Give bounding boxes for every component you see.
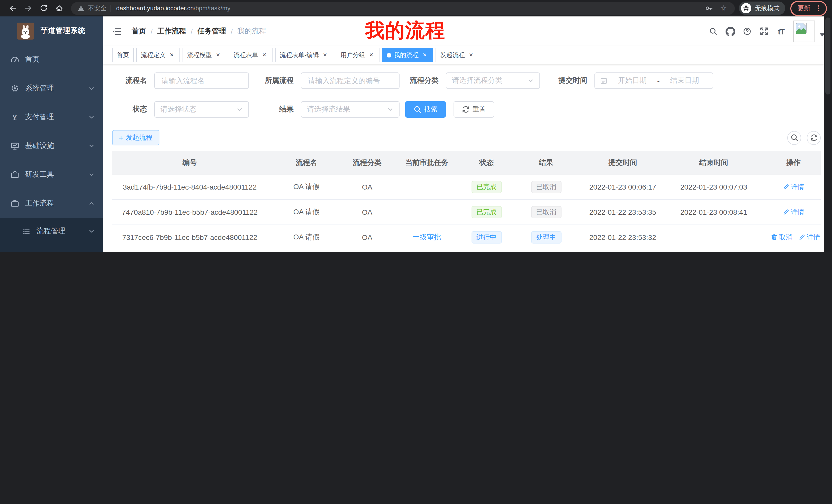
sidebar-item-label: 首页 <box>25 55 40 64</box>
detail-link[interactable]: 详情 <box>783 207 804 217</box>
tab-label: 用户分组 <box>340 51 365 59</box>
github-icon[interactable] <box>724 25 736 37</box>
close-icon[interactable]: × <box>467 51 475 59</box>
detail-link[interactable]: 详情 <box>799 233 820 242</box>
name-input[interactable] <box>160 76 243 85</box>
breadcrumb-item-任务管理[interactable]: 任务管理 <box>198 27 226 36</box>
home-icon[interactable] <box>53 2 65 15</box>
column-header: 当前审批任务 <box>389 151 465 175</box>
star-icon[interactable]: ☆ <box>718 3 729 14</box>
main-area: 首页/工作流程/任务管理/我的流程 我的流程 tT 首页流程定义×流程模型×流程… <box>103 17 832 252</box>
refresh-table-button[interactable] <box>807 131 821 145</box>
search-icon[interactable] <box>707 25 719 37</box>
result-label: 结果 <box>249 105 301 114</box>
date-range-picker[interactable]: 开始日期 - 结束日期 <box>594 73 713 89</box>
cell-submit-time: 2022-01-23 00:06:17 <box>584 175 661 200</box>
date-separator: - <box>657 77 659 85</box>
cell-status: 已完成 <box>465 250 508 252</box>
close-icon[interactable]: × <box>368 51 375 59</box>
tab-流程表单[interactable]: 流程表单× <box>229 48 272 62</box>
sidebar-item-流程管理[interactable]: 流程管理 <box>0 218 103 245</box>
close-icon[interactable]: × <box>421 51 428 59</box>
address-bar[interactable]: 不安全 dashboard.yudao.iocoder.cn/bpm/task/… <box>71 2 735 15</box>
cell-result: 通过 <box>508 250 584 252</box>
cell-result: 已取消 <box>508 200 584 225</box>
cell-category: OA <box>345 225 389 250</box>
sidebar-item-工作流程[interactable]: 工作流程 <box>0 189 103 218</box>
browser-toolbar: 不安全 dashboard.yudao.iocoder.cn/bpm/task/… <box>0 0 832 17</box>
cell-submit-time: 2022-01-22 23:53:32 <box>584 225 661 250</box>
update-button[interactable]: 更新 <box>790 1 827 16</box>
status-select[interactable]: 请选择状态 <box>154 101 249 118</box>
process-input[interactable] <box>307 76 393 85</box>
tab-首页[interactable]: 首页 <box>112 48 134 62</box>
create-process-button[interactable]: + 发起流程 <box>112 130 159 145</box>
url-path: /bpm/task/my <box>194 5 231 12</box>
reload-icon[interactable] <box>37 2 50 15</box>
yen-icon: ¥ <box>10 113 19 121</box>
status-badge: 已完成 <box>471 181 502 193</box>
sidebar-item-label: 基础设施 <box>25 141 54 150</box>
breadcrumb-item-我的流程: 我的流程 <box>237 27 266 36</box>
close-icon[interactable]: × <box>321 51 329 59</box>
help-icon[interactable] <box>741 25 753 37</box>
tags-view: 首页流程定义×流程模型×流程表单×流程表单-编辑×用户分组×我的流程×发起流程× <box>103 46 832 64</box>
sidebar-item-基础设施[interactable]: 基础设施 <box>0 132 103 160</box>
result-select[interactable]: 请选择流结果 <box>301 101 399 118</box>
close-icon[interactable]: × <box>261 51 268 59</box>
key-icon[interactable] <box>703 3 715 14</box>
breadcrumb-separator: / <box>231 27 233 35</box>
action-label: 取消 <box>779 233 792 242</box>
cell-submit-time: 2022-01-22 23:51:15 <box>584 250 661 252</box>
sidebar-item-支付管理[interactable]: ¥支付管理 <box>0 103 103 132</box>
fullscreen-icon[interactable] <box>758 25 770 37</box>
sidebar-item-任务管理[interactable]: 任务管理 <box>0 245 103 252</box>
browser-scrollbar[interactable] <box>824 17 832 252</box>
cell-process-name: OA 请假 <box>267 175 345 200</box>
category-select[interactable]: 请选择流程分类 <box>446 73 540 89</box>
name-label: 流程名 <box>112 76 154 85</box>
tab-发起流程[interactable]: 发起流程× <box>436 48 479 62</box>
calendar-icon <box>600 77 607 84</box>
cell-current-task <box>389 250 465 252</box>
create-process-label: 发起流程 <box>126 133 153 142</box>
back-icon[interactable] <box>7 2 19 15</box>
table-row: 7317cec6-7b9b-11ec-b5b7-acde48001122OA 请… <box>112 225 821 250</box>
current-task-link[interactable]: 一级审批 <box>412 233 441 241</box>
search-button[interactable]: 搜索 <box>405 101 446 118</box>
close-icon[interactable]: × <box>214 51 222 59</box>
result-badge: 已取消 <box>531 181 561 193</box>
tab-用户分组[interactable]: 用户分组× <box>336 48 380 62</box>
column-header: 流程名 <box>267 151 345 175</box>
cell-id: 7470a810-7b9b-11ec-b5b7-acde48001122 <box>112 200 267 225</box>
cell-id: 3ad174fb-7b9d-11ec-8404-acde48001122 <box>112 175 267 200</box>
avatar[interactable] <box>794 21 815 42</box>
forward-icon[interactable] <box>22 2 34 15</box>
detail-link[interactable]: 详情 <box>783 183 804 192</box>
tab-流程定义[interactable]: 流程定义× <box>136 48 180 62</box>
app-logo[interactable]: 芋道管理系统 <box>0 17 103 45</box>
sidebar-collapse-icon[interactable] <box>110 25 123 38</box>
show-search-button[interactable] <box>787 131 801 145</box>
breadcrumb-item-工作流程[interactable]: 工作流程 <box>157 27 186 36</box>
filter-row-2: 状态 请选择状态 结果 请选择流结果 搜索 <box>112 101 821 118</box>
sidebar-item-label: 流程管理 <box>36 227 65 236</box>
status-placeholder: 请选择状态 <box>160 105 234 114</box>
tab-流程模型[interactable]: 流程模型× <box>183 48 226 62</box>
close-icon[interactable]: × <box>168 51 175 59</box>
reset-button[interactable]: 重置 <box>453 101 494 118</box>
tab-我的流程[interactable]: 我的流程× <box>382 48 433 62</box>
sidebar-item-研发工具[interactable]: 研发工具 <box>0 160 103 189</box>
cancel-link[interactable]: 取消 <box>771 233 792 242</box>
sidebar-item-系统管理[interactable]: 系统管理 <box>0 74 103 103</box>
cell-category: OA <box>345 175 389 200</box>
status-label: 状态 <box>112 105 154 114</box>
sidebar-item-首页[interactable]: 首页 <box>0 45 103 74</box>
cell-process-name: OA 请假 <box>267 225 345 250</box>
scrollbar-thumb[interactable] <box>825 18 830 94</box>
tab-流程表单-编辑[interactable]: 流程表单-编辑× <box>275 48 333 62</box>
font-size-icon[interactable]: tT <box>775 25 787 37</box>
browser-menu-icon[interactable] <box>815 5 822 12</box>
cell-actions: 取消详情 <box>766 225 821 250</box>
breadcrumb-item-首页[interactable]: 首页 <box>132 27 146 36</box>
